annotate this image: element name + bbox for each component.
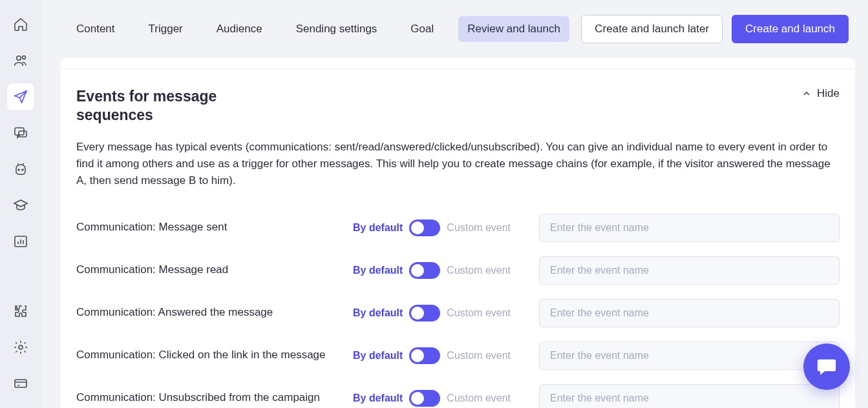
svg-point-0 <box>17 56 21 60</box>
graduation-cap-icon <box>13 198 28 213</box>
svg-point-4 <box>18 169 19 170</box>
credit-card-icon <box>13 376 28 391</box>
content-area: Events for message sequences Hide Every … <box>41 58 868 408</box>
event-label: Communication: Message read <box>76 263 341 278</box>
event-label: Communication: Message sent <box>76 220 341 235</box>
event-label: Communication: Unsubscribed from the cam… <box>76 391 341 405</box>
sidebar-item-messages[interactable] <box>6 119 35 147</box>
sidebar-item-settings[interactable] <box>6 333 35 362</box>
sidebar-item-integrations[interactable] <box>6 297 35 325</box>
switch-knob <box>411 349 424 362</box>
switch-knob <box>411 307 424 320</box>
event-mode-switch[interactable] <box>409 390 440 407</box>
tab-audience[interactable]: Audience <box>207 16 271 42</box>
by-default-label: By default <box>353 307 403 319</box>
by-default-label: By default <box>353 393 403 404</box>
create-and-launch-later-button[interactable]: Create and launch later <box>581 15 723 43</box>
hide-label: Hide <box>817 87 840 100</box>
section-title: Events for message sequences <box>76 87 231 125</box>
event-name-input[interactable] <box>539 342 840 370</box>
svg-point-1 <box>23 56 26 59</box>
users-icon <box>13 53 28 68</box>
home-icon <box>13 17 28 32</box>
sidebar-item-reports[interactable] <box>6 227 35 256</box>
events-section-card: Events for message sequences Hide Every … <box>61 58 855 408</box>
switch-knob <box>411 392 424 405</box>
event-row: Communication: Answered the message By d… <box>76 292 840 334</box>
event-toggle-cluster: By default Custom event <box>353 390 527 407</box>
sidebar <box>0 0 41 408</box>
by-default-label: By default <box>353 350 403 362</box>
event-mode-switch[interactable] <box>409 262 440 279</box>
switch-knob <box>411 264 424 277</box>
topbar: Content Trigger Audience Sending setting… <box>41 0 868 58</box>
tab-list: Content Trigger Audience Sending setting… <box>67 16 569 42</box>
custom-event-label: Custom event <box>447 307 511 319</box>
event-row: Communication: Message read By default C… <box>76 249 840 292</box>
section-separator <box>61 68 855 69</box>
event-row: Communication: Unsubscribed from the cam… <box>76 377 840 408</box>
tab-sending-settings[interactable]: Sending settings <box>287 16 386 42</box>
tab-review-and-launch[interactable]: Review and launch <box>458 16 569 42</box>
event-label: Communication: Clicked on the link in th… <box>76 348 341 363</box>
sidebar-item-knowledge[interactable] <box>6 191 35 219</box>
svg-point-5 <box>22 169 23 170</box>
by-default-label: By default <box>353 265 403 276</box>
tab-trigger[interactable]: Trigger <box>140 16 192 42</box>
custom-event-label: Custom event <box>447 350 511 362</box>
event-toggle-cluster: By default Custom event <box>353 262 527 279</box>
puzzle-icon <box>13 303 28 319</box>
event-name-input[interactable] <box>539 256 840 285</box>
event-row: Communication: Message sent By default C… <box>76 207 840 249</box>
chat-fab[interactable] <box>803 343 850 390</box>
custom-event-label: Custom event <box>447 222 511 234</box>
chat-bubble-icon <box>816 356 838 378</box>
event-mode-switch[interactable] <box>409 219 440 236</box>
event-toggle-cluster: By default Custom event <box>353 305 527 321</box>
event-name-input[interactable] <box>539 384 840 408</box>
by-default-label: By default <box>353 222 403 234</box>
svg-rect-8 <box>15 380 26 387</box>
section-description: Every message has typical events (commun… <box>76 139 840 190</box>
sidebar-item-home[interactable] <box>6 10 35 39</box>
custom-event-label: Custom event <box>447 393 511 404</box>
svg-rect-3 <box>19 131 26 137</box>
svg-point-7 <box>19 345 23 349</box>
event-mode-switch[interactable] <box>409 347 440 364</box>
chevron-up-icon <box>801 88 812 99</box>
event-mode-switch[interactable] <box>409 305 440 321</box>
sidebar-item-send[interactable] <box>6 83 35 111</box>
tab-goal[interactable]: Goal <box>401 16 443 42</box>
gear-icon <box>13 340 28 355</box>
event-toggle-cluster: By default Custom event <box>353 219 527 236</box>
sidebar-item-users[interactable] <box>6 46 35 75</box>
event-name-input[interactable] <box>539 214 840 242</box>
chat-icon <box>13 125 28 141</box>
event-toggle-cluster: By default Custom event <box>353 347 527 364</box>
bar-chart-icon <box>13 234 28 249</box>
switch-knob <box>411 221 424 234</box>
bot-icon <box>13 161 28 177</box>
event-row: Communication: Clicked on the link in th… <box>76 334 840 377</box>
event-name-input[interactable] <box>539 299 840 327</box>
custom-event-label: Custom event <box>447 265 511 276</box>
tab-content[interactable]: Content <box>67 16 124 42</box>
paper-plane-icon <box>13 89 28 105</box>
hide-section-toggle[interactable]: Hide <box>801 87 840 100</box>
sidebar-item-bot[interactable] <box>6 155 35 183</box>
event-label: Communication: Answered the message <box>76 305 341 320</box>
sidebar-item-billing[interactable] <box>6 369 35 398</box>
create-and-launch-button[interactable]: Create and launch <box>732 15 849 43</box>
